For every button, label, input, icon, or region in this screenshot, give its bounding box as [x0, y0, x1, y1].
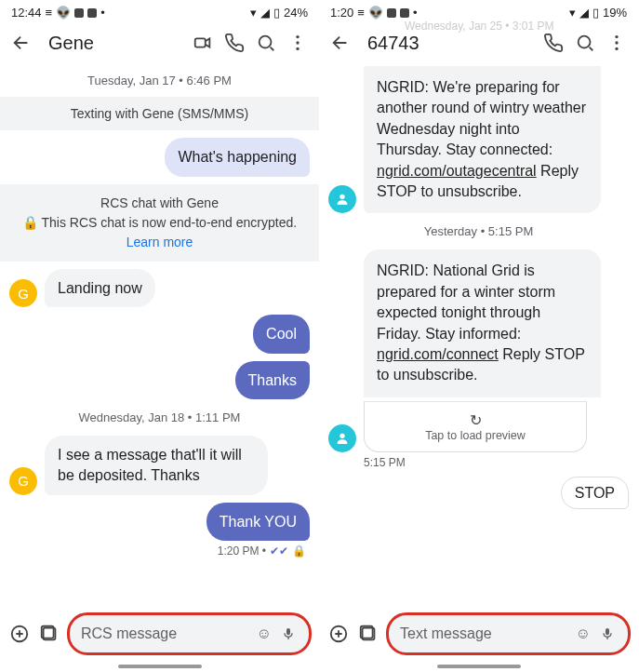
- compose-input[interactable]: RCS message ☺: [67, 612, 312, 655]
- message-out[interactable]: Cool: [253, 315, 310, 354]
- rcs-banner-title: RCS chat with Gene: [19, 194, 300, 213]
- gallery-icon[interactable]: [37, 622, 61, 646]
- compose-placeholder: RCS message: [81, 625, 249, 642]
- home-indicator[interactable]: [437, 665, 521, 668]
- mic-icon[interactable]: [598, 625, 617, 643]
- date-label: Wednesday, Jan 18 • 1:11 PM: [0, 410, 319, 424]
- battery-icon: ▯: [273, 6, 280, 20]
- back-icon[interactable]: [9, 31, 33, 55]
- message-out[interactable]: What's happening: [165, 138, 310, 177]
- emoji-icon[interactable]: ☺: [255, 625, 273, 643]
- contact-title[interactable]: Gene: [48, 33, 183, 54]
- message-out[interactable]: STOP: [561, 477, 629, 510]
- svg-point-1: [260, 36, 272, 48]
- wifi-icon: ▾: [569, 6, 576, 20]
- status-bar: 12:44 ≡👽• ▾ ◢ ▯ 24%: [0, 0, 319, 21]
- lock-icon: 🔒: [292, 544, 306, 558]
- rcs-banner: RCS chat with Gene 🔒 This RCS chat is no…: [0, 184, 319, 262]
- message-out[interactable]: Thanks: [235, 361, 310, 400]
- svg-point-13: [339, 433, 344, 437]
- wifi-icon: ▾: [250, 6, 257, 20]
- app-bar: Gene: [0, 21, 319, 64]
- avatar[interactable]: [328, 185, 356, 213]
- compose-row: Text message ☺: [319, 605, 638, 665]
- link-preview[interactable]: ↻ Tap to load preview: [364, 401, 587, 452]
- svg-point-2: [296, 35, 299, 38]
- message-in[interactable]: NGRID: National Grid is prepared for a w…: [364, 249, 601, 396]
- svg-point-8: [579, 36, 591, 48]
- message-in[interactable]: NGRID: We're preparing for another round…: [364, 66, 601, 213]
- message-in[interactable]: Landing now: [45, 269, 155, 308]
- svg-point-3: [296, 41, 299, 44]
- mic-icon[interactable]: [279, 625, 298, 643]
- avatar[interactable]: [328, 424, 356, 452]
- svg-point-4: [296, 47, 299, 50]
- svg-point-10: [615, 41, 618, 44]
- battery-pct: 24%: [284, 6, 308, 20]
- contact-title[interactable]: 64743 Wednesday, Jan 25 • 3:01 PM: [367, 33, 534, 54]
- compose-input[interactable]: Text message ☺: [386, 612, 631, 655]
- call-icon[interactable]: [541, 31, 566, 55]
- more-icon[interactable]: [605, 31, 629, 55]
- sms-banner: Texting with Gene (SMS/MMS): [0, 97, 319, 130]
- svg-point-12: [339, 195, 344, 199]
- battery-icon: ▯: [592, 6, 599, 20]
- home-indicator[interactable]: [118, 665, 202, 668]
- add-icon[interactable]: [7, 622, 32, 646]
- date-label: Yesterday • 5:15 PM: [319, 224, 638, 238]
- ghost-date: Wednesday, Jan 25 • 3:01 PM: [405, 20, 554, 33]
- svg-point-9: [615, 35, 618, 38]
- gallery-icon[interactable]: [356, 622, 380, 646]
- compose-row: RCS message ☺: [0, 605, 319, 665]
- videocall-icon[interactable]: [191, 31, 215, 55]
- signal-icon: ◢: [579, 6, 589, 20]
- search-icon[interactable]: [254, 31, 278, 55]
- more-icon[interactable]: [286, 31, 310, 55]
- phone-right: 1:20 ≡👽• ▾ ◢ ▯ 19% 64743 Wednesday, Jan …: [319, 0, 638, 672]
- avatar[interactable]: G: [9, 467, 37, 495]
- compose-placeholder: Text message: [400, 625, 568, 642]
- link[interactable]: ngrid.com/outagecentral: [377, 163, 537, 179]
- message-out[interactable]: Thank YOU: [206, 503, 310, 542]
- avatar[interactable]: G: [9, 279, 37, 307]
- chat-scroll[interactable]: Tuesday, Jan 17 • 6:46 PM Texting with G…: [0, 64, 319, 605]
- message-in[interactable]: I see a message that'll it will be depos…: [45, 436, 268, 494]
- chat-scroll[interactable]: NGRID: We're preparing for another round…: [319, 64, 638, 605]
- call-icon[interactable]: [222, 31, 246, 55]
- lock-icon: 🔒: [22, 215, 38, 230]
- svg-point-11: [615, 47, 618, 50]
- link[interactable]: ngrid.com/connect: [377, 346, 499, 362]
- learn-more-link[interactable]: Learn more: [126, 235, 193, 249]
- signal-icon: ◢: [260, 6, 270, 20]
- add-icon[interactable]: [326, 622, 351, 646]
- emoji-icon[interactable]: ☺: [574, 625, 592, 643]
- reload-icon: ↻: [365, 411, 586, 429]
- search-icon[interactable]: [573, 31, 597, 55]
- svg-rect-0: [195, 38, 206, 47]
- date-label: Tuesday, Jan 17 • 6:46 PM: [0, 74, 319, 87]
- clock: 12:44: [11, 6, 42, 20]
- app-bar: 64743 Wednesday, Jan 25 • 3:01 PM: [319, 21, 638, 64]
- phone-left: 12:44 ≡👽• ▾ ◢ ▯ 24% Gene Tuesday, Jan 17…: [0, 0, 319, 672]
- back-icon[interactable]: [328, 31, 353, 55]
- delivered-icon: ✔✔: [270, 544, 288, 558]
- message-timestamp: 5:15 PM: [319, 454, 638, 469]
- battery-pct: 19%: [603, 6, 627, 20]
- message-timestamp: 1:20 PM • ✔✔ 🔒: [0, 543, 319, 558]
- rcs-banner-body: 🔒 This RCS chat is now end-to-end encryp…: [19, 213, 300, 252]
- clock: 1:20: [330, 6, 353, 20]
